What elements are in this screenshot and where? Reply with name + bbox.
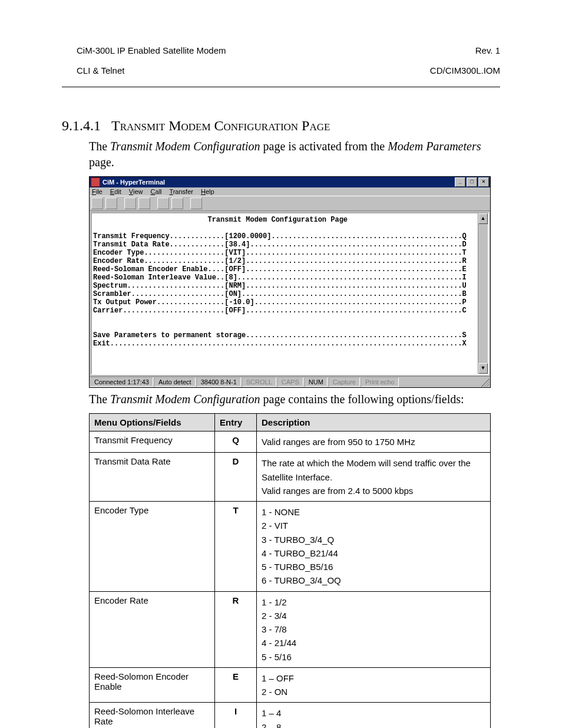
col-desc: Description [257,414,491,431]
status-bar: Connected 1:17:43 Auto detect 38400 8-N-… [90,376,490,387]
hyperterminal-window: CiM - HyperTerminal _ □ × File Edit View… [89,176,491,388]
maximize-button[interactable]: □ [467,177,477,187]
app-icon [91,177,100,187]
section-title: Transmit Modem Configuration Page [111,118,330,133]
section-heading: 9.1.4.1 Transmit Modem Configuration Pag… [62,118,500,134]
resize-grip-icon[interactable] [481,378,490,387]
toolbar-call-icon[interactable] [124,197,136,209]
terminal-content: Transmit Modem Configuration Page Transm… [92,213,488,374]
status-num: NUM [305,377,328,387]
menu-edit[interactable]: Edit [110,188,121,195]
header-left-2: CLI & Telnet [77,65,124,75]
status-autodetect: Auto detect [154,377,196,387]
titlebar: CiM - HyperTerminal _ □ × [90,177,490,187]
cell-entry: E [215,667,257,703]
cell-entry: I [215,703,257,728]
menu-help[interactable]: Help [201,188,214,195]
cell-desc: Valid ranges are from 950 to 1750 MHz [257,431,491,453]
cell-desc: 1 - NONE2 - VIT3 - TURBO_3/4_Q4 - TURBO_… [257,502,491,592]
status-baud: 38400 8-N-1 [197,377,241,387]
menu-file[interactable]: File [92,188,103,195]
cell-menu: Reed-Solomon Interleave Rate [90,703,215,728]
menubar: File Edit View Call Transfer Help [90,187,490,196]
toolbar-receive-icon[interactable] [171,197,183,209]
cell-desc: 1 – 42 – 83 - 16 [257,703,491,728]
scroll-up-icon[interactable]: ▲ [478,213,488,224]
header-right-1: Rev. 1 [475,45,500,55]
status-scroll: SCROLL [242,377,276,387]
toolbar-send-icon[interactable] [157,197,169,209]
cell-entry: Q [215,431,257,453]
table-row: Encoder RateR1 - 1/22 - 3/43 - 7/84 - 21… [90,591,491,667]
col-menu: Menu Options/Fields [90,414,215,431]
window-title: CiM - HyperTerminal [103,179,455,186]
cell-menu: Transmit Data Rate [90,453,215,502]
minimize-button[interactable]: _ [455,177,465,187]
cell-entry: R [215,591,257,667]
status-printecho: Print echo [361,377,399,387]
table-row: Transmit FrequencyQValid ranges are from… [90,431,491,453]
toolbar-open-icon[interactable] [105,197,117,209]
cell-menu: Reed-Solomon Encoder Enable [90,667,215,703]
menu-view[interactable]: View [129,188,143,195]
status-capture: Capture [329,377,360,387]
menu-transfer[interactable]: Transfer [169,188,193,195]
options-table: Menu Options/Fields Entry Description Tr… [89,413,491,728]
cell-menu: Encoder Type [90,502,215,592]
status-connected: Connected 1:17:43 [90,377,153,387]
header-left-1: CiM-300L IP Enabled Satellite Modem [77,45,226,55]
cell-entry: D [215,453,257,502]
toolbar-disconnect-icon[interactable] [138,197,150,209]
cell-menu: Encoder Rate [90,591,215,667]
scrollbar[interactable]: ▲ ▼ [478,213,488,374]
scroll-down-icon[interactable]: ▼ [478,363,488,374]
cell-desc: The rate at which the Modem will send tr… [257,453,491,502]
status-caps: CAPS [277,377,303,387]
table-row: Reed-Solomon Encoder EnableE1 – OFF2 - O… [90,667,491,703]
toolbar-properties-icon[interactable] [190,197,202,209]
header-right-2: CD/CIM300L.IOM [430,65,500,75]
cell-menu: Transmit Frequency [90,431,215,453]
menu-call[interactable]: Call [151,188,162,195]
table-row: Reed-Solomon Interleave RateI1 – 42 – 83… [90,703,491,728]
cell-entry: T [215,502,257,592]
table-row: Transmit Data RateDThe rate at which the… [90,453,491,502]
intro-paragraph: The Transmit Modem Configuration page is… [89,139,500,170]
page-header: CiM-300L IP Enabled Satellite Modem CLI … [62,35,500,87]
close-button[interactable]: × [478,177,489,187]
col-entry: Entry [215,414,257,431]
after-image-paragraph: The Transmit Modem Configuration page co… [89,391,500,407]
cell-desc: 1 - 1/22 - 3/43 - 7/84 - 21/445 - 5/16 [257,591,491,667]
table-row: Encoder TypeT1 - NONE2 - VIT3 - TURBO_3/… [90,502,491,592]
toolbar [90,196,490,211]
toolbar-new-icon[interactable] [91,197,103,209]
section-number: 9.1.4.1 [62,118,101,133]
cell-desc: 1 – OFF2 - ON [257,667,491,703]
